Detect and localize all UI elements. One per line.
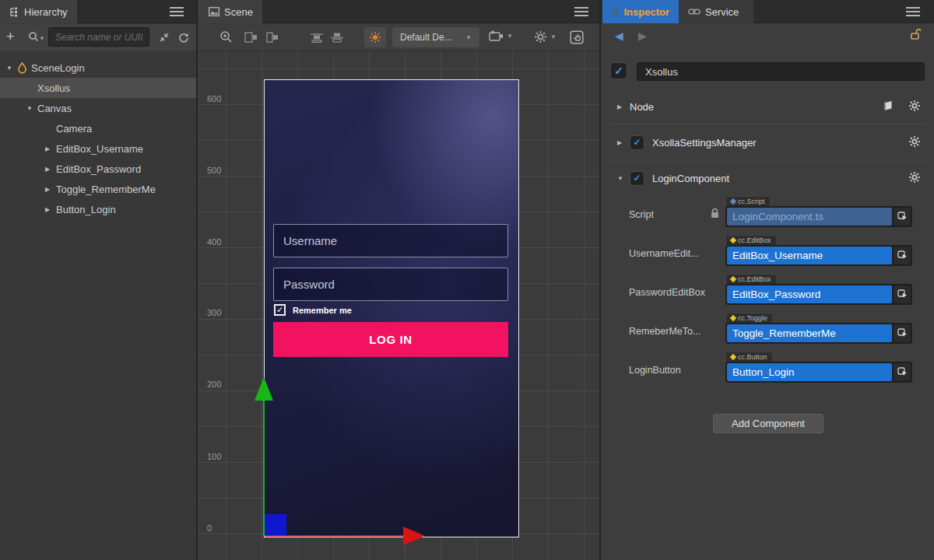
collapse-all-icon[interactable] [158, 31, 170, 44]
help-doc-icon[interactable] [883, 100, 895, 112]
scene-viewport[interactable]: 600 500 400 300 200 100 0 Username Passw… [199, 51, 599, 560]
picker-cursor-icon[interactable] [894, 324, 911, 342]
property-login-button: LoginButton cc.Button Button_Login [601, 352, 934, 390]
tree-item-camera[interactable]: Camera [0, 118, 196, 138]
design-canvas[interactable]: Username Password ✓ Remember me LOG IN [264, 79, 519, 537]
picker-cursor-icon[interactable] [894, 208, 911, 226]
distribute-center-icon[interactable] [330, 32, 344, 44]
reference-value[interactable]: Toggle_RememberMe [727, 324, 892, 342]
picker-cursor-icon[interactable] [894, 247, 911, 264]
tree-item-toggle-rememberme[interactable]: ▶ Toggle_RememberMe [0, 179, 196, 199]
username-editbox[interactable]: Username [273, 224, 508, 257]
camera-settings-dropdown[interactable]: ▼ [489, 30, 513, 42]
tree-item-canvas[interactable]: ▼ Canvas [0, 98, 196, 118]
origin-handle[interactable] [265, 514, 286, 536]
tab-service[interactable]: Service [679, 0, 753, 23]
x-axis-gizmo[interactable] [265, 535, 403, 537]
login-button-label: LOG IN [369, 333, 412, 346]
add-component-button[interactable]: Add Component [713, 414, 823, 433]
search-filter-button[interactable]: ▼ [28, 31, 45, 42]
password-editbox[interactable]: Password [273, 268, 508, 301]
reference-value[interactable]: Button_Login [727, 363, 892, 381]
script-reference-field[interactable]: LoginComponent.ts [725, 206, 912, 227]
history-forward-button[interactable]: ▶ [638, 30, 647, 42]
tab-inspector[interactable]: Inspector [602, 0, 679, 23]
inspector-panel: Inspector Service ◀ ▶ ✓ Xsollus ▶ Node [599, 0, 934, 560]
tree-item-label: EditBox_Password [56, 163, 141, 175]
remember-me-toggle[interactable]: ✓ Remember me [274, 304, 352, 316]
create-node-button[interactable]: + [6, 30, 15, 44]
history-back-button[interactable]: ◀ [615, 30, 623, 42]
checkbox-checked-icon[interactable]: ✓ [274, 304, 286, 316]
zoom-tool-icon[interactable] [219, 30, 233, 44]
section-node[interactable]: ▶ Node [601, 96, 934, 117]
login-button[interactable]: LOG IN [273, 322, 508, 357]
section-node-label: Node [630, 101, 654, 113]
hierarchy-menu-icon[interactable] [170, 7, 184, 16]
profile-overlay-icon[interactable] [570, 30, 584, 44]
ruler-label: 500 [201, 166, 223, 175]
tree-item-editbox-username[interactable]: ▶ EditBox_Username [0, 138, 196, 159]
expand-arrow-icon[interactable]: ▶ [45, 206, 56, 213]
expand-arrow-icon[interactable]: ▶ [601, 103, 630, 110]
node-active-checkbox[interactable]: ✓ [610, 62, 627, 79]
divider [610, 124, 925, 124]
tree-item-button-login[interactable]: ▶ Button_Login [0, 199, 196, 219]
chevron-down-icon: ▼ [465, 34, 472, 41]
gear-icon[interactable] [908, 171, 921, 184]
reference-value[interactable]: EditBox_Password [727, 285, 892, 303]
gear-icon[interactable] [908, 100, 921, 112]
component-enabled-checkbox[interactable]: ✓ [630, 171, 644, 186]
editbox-reference-field[interactable]: EditBox_Password [725, 284, 912, 305]
expand-arrow-icon[interactable]: ▼ [26, 105, 37, 112]
inspector-menu-icon[interactable] [906, 7, 920, 16]
inspector-tabbar: Inspector Service [601, 0, 934, 23]
node-name-input[interactable]: Xsollus [637, 62, 925, 81]
section-login-component[interactable]: ▼ ✓ LoginComponent [601, 168, 934, 188]
ruler-label: 300 [201, 308, 223, 317]
align-right-icon[interactable] [266, 32, 279, 43]
button-reference-field[interactable]: Button_Login [725, 362, 912, 383]
scene-menu-icon[interactable] [574, 7, 588, 16]
section-xsolla-settings-manager[interactable]: ▶ ✓ XsollaSettingsManager [601, 132, 934, 152]
picker-cursor-icon[interactable] [894, 285, 911, 303]
password-placeholder: Password [283, 278, 335, 291]
expand-arrow-icon[interactable]: ▶ [45, 186, 56, 193]
chevron-down-icon: ▼ [39, 35, 45, 42]
hierarchy-tree-icon [9, 7, 19, 17]
toggle-reference-field[interactable]: Toggle_RememberMe [725, 323, 912, 344]
tree-item-label: EditBox_Username [56, 143, 143, 155]
tree-item-scenelogin[interactable]: ▼ SceneLogin [0, 58, 196, 78]
distribute-vertical-icon[interactable] [310, 32, 324, 44]
tab-scene[interactable]: Scene [199, 0, 262, 23]
reference-value[interactable]: LoginComponent.ts [727, 208, 892, 226]
tab-hierarchy[interactable]: Hierarchy [0, 0, 77, 23]
scene-settings-dropdown[interactable]: ▼ [534, 30, 557, 44]
align-left-icon[interactable] [244, 32, 258, 43]
editbox-reference-field[interactable]: EditBox_Username [725, 245, 912, 266]
tree-item-xsollus[interactable]: Xsollus [0, 78, 196, 98]
type-badge: cc.Script [725, 196, 771, 206]
search-input[interactable] [48, 27, 149, 47]
picker-cursor-icon[interactable] [894, 363, 911, 381]
device-preset-dropdown[interactable]: Default De... ▼ [392, 27, 479, 47]
y-axis-arrowhead-icon[interactable] [255, 377, 273, 401]
gizmo-light-button[interactable] [364, 27, 386, 47]
tab-hierarchy-label: Hierarchy [24, 6, 68, 18]
collapse-arrow-icon[interactable]: ▼ [601, 175, 630, 182]
expand-arrow-icon[interactable]: ▼ [6, 65, 17, 72]
property-username-editbox: UsernameEdit... cc.EditBox EditBox_Usern… [601, 235, 934, 274]
y-axis-gizmo[interactable] [263, 401, 265, 536]
expand-arrow-icon[interactable]: ▶ [601, 139, 630, 146]
x-axis-arrowhead-icon[interactable] [403, 527, 425, 545]
expand-arrow-icon[interactable]: ▶ [45, 166, 56, 173]
ruler-label: 400 [201, 237, 223, 247]
expand-arrow-icon[interactable]: ▶ [45, 145, 56, 152]
reference-value[interactable]: EditBox_Username [727, 247, 892, 264]
refresh-icon[interactable] [177, 31, 190, 44]
component-enabled-checkbox[interactable]: ✓ [630, 135, 644, 150]
unlock-icon[interactable] [910, 28, 922, 40]
tree-item-label: Toggle_RememberMe [56, 184, 156, 195]
tree-item-editbox-password[interactable]: ▶ EditBox_Password [0, 159, 196, 179]
gear-icon[interactable] [908, 135, 921, 148]
